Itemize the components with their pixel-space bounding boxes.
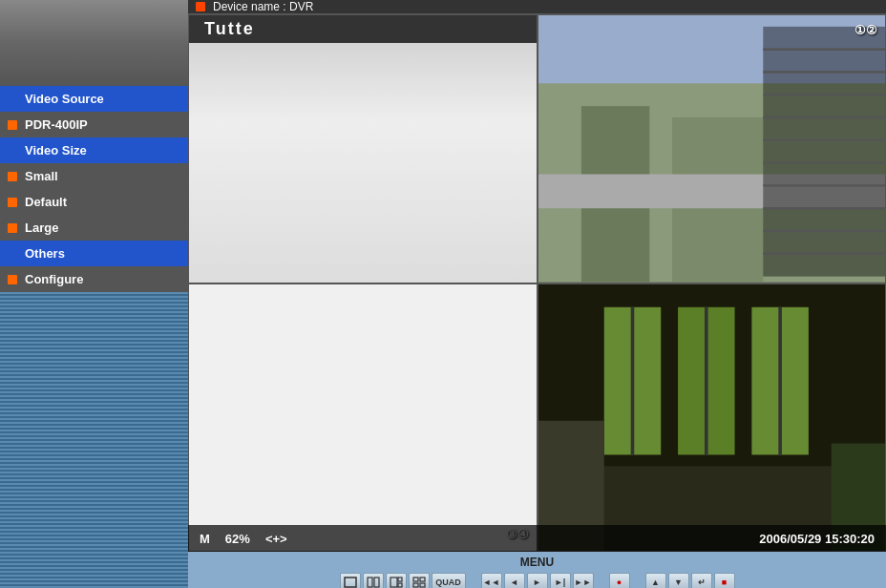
view4-button[interactable] — [409, 573, 430, 588]
cam4-scene — [538, 284, 886, 552]
svg-rect-27 — [368, 578, 372, 587]
sidebar-item-video-source[interactable]: Video Source — [0, 86, 188, 112]
orange-dot-icon — [8, 198, 17, 207]
video-cell-1[interactable]: Tutte — [188, 14, 538, 284]
status-mode: M — [200, 532, 210, 546]
status-arrows: <+> — [265, 532, 287, 546]
control-bar: MENU QUAD ◄◄ — [188, 552, 886, 588]
svg-rect-30 — [398, 578, 402, 581]
svg-rect-31 — [398, 583, 402, 587]
orange-dot-icon — [8, 223, 17, 233]
sidebar-item-label: Default — [25, 195, 67, 209]
svg-rect-32 — [413, 578, 418, 581]
svg-rect-29 — [390, 578, 397, 587]
sidebar-item-large[interactable]: Large — [0, 215, 188, 241]
svg-rect-26 — [345, 578, 356, 587]
title-dot-icon — [196, 2, 205, 11]
sidebar-item-others[interactable]: Others — [0, 241, 188, 266]
orange-dot-icon — [8, 120, 17, 130]
record-button[interactable]: ● — [609, 573, 630, 588]
svg-rect-35 — [420, 583, 425, 587]
status-zoom: 62% — [225, 532, 250, 546]
view-quad-button[interactable]: QUAD — [432, 573, 466, 588]
sidebar-bottom-decoration — [0, 292, 188, 588]
orange-dot-icon — [8, 172, 17, 181]
sidebar: Video Source PDR-400IP Video Size Small … — [0, 0, 188, 588]
status-overlay: M 62% <+> 2006/05/29 15:30:20 — [188, 525, 886, 552]
cam2-svg — [538, 15, 886, 283]
fast-fwd-button[interactable]: ►► — [573, 573, 594, 588]
control-buttons-row: QUAD ◄◄ ◄ ► ►| ►► ● ▲ ▼ ↵ ■ — [340, 573, 735, 588]
video-cell-2[interactable]: ①② — [538, 14, 887, 284]
title-bar: Device name : DVR — [188, 0, 886, 14]
cam2-numbers: ①② — [854, 23, 877, 39]
sidebar-top — [0, 0, 188, 86]
menu-label: MENU — [520, 556, 554, 569]
step-back-button[interactable]: ◄ — [504, 573, 525, 588]
up-button[interactable]: ▲ — [645, 573, 666, 588]
play-button[interactable]: ► — [527, 573, 548, 588]
cam3-scene — [189, 284, 537, 552]
cam2-scene — [538, 15, 886, 283]
sidebar-item-label: Small — [25, 169, 58, 183]
orange-dot-icon — [8, 275, 17, 284]
sidebar-item-configure[interactable]: Configure — [0, 266, 188, 292]
cam4-svg — [538, 284, 886, 552]
view-buttons-group: QUAD — [340, 573, 466, 588]
sidebar-item-small[interactable]: Small — [0, 163, 188, 189]
svg-rect-28 — [374, 578, 379, 587]
svg-rect-34 — [413, 583, 418, 587]
sidebar-item-label: Video Source — [25, 92, 104, 106]
video-grid: Tutte — [188, 14, 886, 552]
sidebar-item-video-size[interactable]: Video Size — [0, 137, 188, 163]
status-left: M 62% <+> — [200, 532, 287, 546]
sidebar-item-label: Others — [25, 246, 65, 261]
sidebar-item-label: Configure — [25, 272, 83, 286]
down-button[interactable]: ▼ — [668, 573, 689, 588]
enter-button[interactable]: ↵ — [691, 573, 712, 588]
tutte-label: Tutte — [189, 15, 537, 43]
rewind-button[interactable]: ◄◄ — [481, 573, 502, 588]
svg-rect-33 — [420, 578, 425, 581]
sidebar-item-label: PDR-400IP — [25, 117, 88, 132]
svg-rect-5 — [763, 27, 885, 277]
video-cell-3[interactable]: ③④ — [188, 284, 538, 553]
playback-buttons-group: ◄◄ ◄ ► ►| ►► — [481, 573, 594, 588]
video-cell-4[interactable] — [538, 284, 887, 553]
step-fwd-button[interactable]: ►| — [550, 573, 571, 588]
status-datetime: 2006/05/29 15:30:20 — [759, 532, 875, 546]
stop-button[interactable]: ■ — [714, 573, 735, 588]
main-area: Device name : DVR Tutte — [188, 0, 886, 588]
device-name-label: Device name : DVR — [213, 0, 313, 13]
sidebar-item-default[interactable]: Default — [0, 189, 188, 215]
nav-buttons-group: ▲ ▼ ↵ ■ — [645, 573, 735, 588]
view3-button[interactable] — [386, 573, 407, 588]
sidebar-item-pdr400ip[interactable]: PDR-400IP — [0, 112, 188, 137]
sidebar-item-label: Video Size — [25, 143, 87, 158]
sidebar-item-label: Large — [25, 220, 58, 235]
cam1-scene: Tutte — [189, 15, 537, 283]
view2-button[interactable] — [363, 573, 384, 588]
view1-button[interactable] — [340, 573, 361, 588]
